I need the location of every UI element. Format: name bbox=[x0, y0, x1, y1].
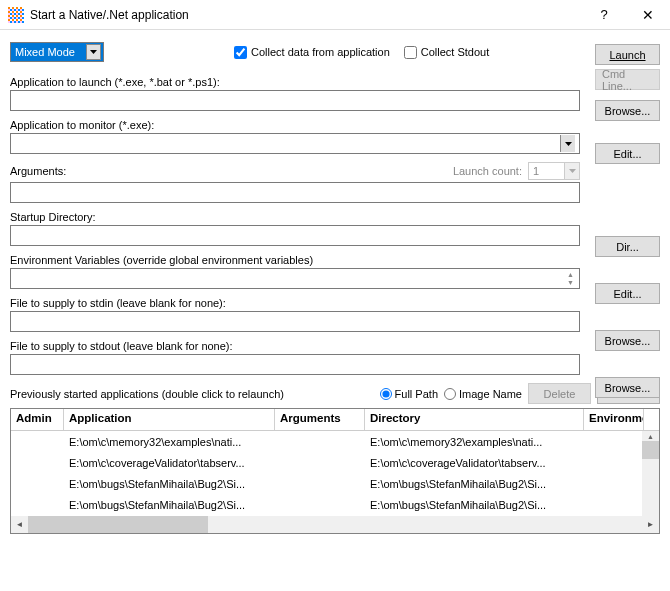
launch-count-label: Launch count: bbox=[453, 165, 522, 177]
launch-count-input[interactable]: 1 bbox=[528, 162, 580, 180]
stdout-input[interactable] bbox=[10, 354, 580, 375]
col-directory[interactable]: Directory bbox=[365, 409, 584, 430]
cell-directory: E:\om\c\coverageValidator\tabserv... bbox=[365, 455, 584, 471]
chevron-right-icon[interactable]: ► bbox=[642, 520, 659, 529]
cell-environment bbox=[584, 482, 644, 486]
scrollbar-thumb[interactable] bbox=[642, 441, 659, 459]
chevron-left-icon[interactable]: ◄ bbox=[11, 520, 28, 529]
chevron-down-icon[interactable]: ▼ bbox=[563, 279, 578, 288]
cell-directory: E:\om\bugs\StefanMihaila\Bug2\Si... bbox=[365, 497, 584, 513]
help-button[interactable]: ? bbox=[582, 0, 626, 30]
cell-environment bbox=[584, 440, 644, 444]
cell-arguments bbox=[275, 461, 365, 465]
cell-application: E:\om\c\coverageValidator\tabserv... bbox=[64, 455, 275, 471]
table-header: Admin Application Arguments Directory En… bbox=[11, 409, 659, 431]
chevron-down-icon[interactable] bbox=[564, 163, 579, 179]
app-launch-label: Application to launch (*.exe, *.bat or *… bbox=[10, 76, 580, 88]
cell-environment bbox=[584, 503, 644, 507]
arguments-label: Arguments: bbox=[10, 165, 66, 177]
cmdline-button[interactable]: Cmd Line... bbox=[595, 69, 660, 90]
chevron-up-icon[interactable]: ▲ bbox=[642, 431, 659, 441]
stdin-input[interactable] bbox=[10, 311, 580, 332]
cell-environment bbox=[584, 461, 644, 465]
collect-data-checkbox[interactable]: Collect data from application bbox=[234, 46, 390, 59]
arguments-input[interactable] bbox=[10, 182, 580, 203]
browse-stdin-button[interactable]: Browse... bbox=[595, 330, 660, 351]
stdout-label: File to supply to stdout (leave blank fo… bbox=[10, 340, 580, 352]
table-row[interactable]: E:\om\bugs\StefanMihaila\Bug2\Si...E:\om… bbox=[11, 473, 659, 494]
cell-admin bbox=[11, 482, 64, 486]
vertical-scrollbar[interactable]: ▲ bbox=[642, 431, 659, 516]
collect-stdout-input[interactable] bbox=[404, 46, 417, 59]
dir-button[interactable]: Dir... bbox=[595, 236, 660, 257]
cell-admin bbox=[11, 503, 64, 507]
edit-monitor-button[interactable]: Edit... bbox=[595, 143, 660, 164]
chevron-down-icon[interactable] bbox=[560, 135, 575, 152]
startup-dir-label: Startup Directory: bbox=[10, 211, 580, 223]
table-row[interactable]: E:\om\bugs\StefanMihaila\Bug2\Si...E:\om… bbox=[11, 494, 659, 515]
col-arguments[interactable]: Arguments bbox=[275, 409, 365, 430]
cell-directory: E:\om\bugs\StefanMihaila\Bug2\Si... bbox=[365, 476, 584, 492]
launch-button[interactable]: Launch bbox=[595, 44, 660, 65]
chevron-up-icon[interactable]: ▲ bbox=[563, 270, 578, 279]
mode-dropdown[interactable]: Mixed Mode bbox=[10, 42, 104, 62]
horizontal-scrollbar[interactable]: ◄ ► bbox=[11, 516, 659, 533]
table-row[interactable]: E:\om\c\memory32\examples\nati...E:\om\c… bbox=[11, 431, 659, 452]
cell-application: E:\om\c\memory32\examples\nati... bbox=[64, 434, 275, 450]
titlebar: Start a Native/.Net application ? ✕ bbox=[0, 0, 670, 30]
cell-directory: E:\om\c\memory32\examples\nati... bbox=[365, 434, 584, 450]
cell-arguments bbox=[275, 503, 365, 507]
cell-application: E:\om\bugs\StefanMihaila\Bug2\Si... bbox=[64, 476, 275, 492]
cell-application: E:\om\bugs\StefanMihaila\Bug2\Si... bbox=[64, 497, 275, 513]
env-vars-label: Environment Variables (override global e… bbox=[10, 254, 580, 266]
cell-admin bbox=[11, 461, 64, 465]
collect-stdout-checkbox[interactable]: Collect Stdout bbox=[404, 46, 489, 59]
col-admin[interactable]: Admin bbox=[11, 409, 64, 430]
chevron-down-icon[interactable] bbox=[86, 44, 101, 60]
close-button[interactable]: ✕ bbox=[626, 0, 670, 30]
prev-apps-label: Previously started applications (double … bbox=[10, 388, 284, 400]
col-application[interactable]: Application bbox=[64, 409, 275, 430]
mode-selected: Mixed Mode bbox=[15, 46, 75, 58]
startup-dir-input[interactable] bbox=[10, 225, 580, 246]
app-monitor-input[interactable] bbox=[10, 133, 580, 154]
browse-launch-button[interactable]: Browse... bbox=[595, 100, 660, 121]
table-row[interactable]: E:\om\c\coverageValidator\tabserv...E:\o… bbox=[11, 452, 659, 473]
cell-arguments bbox=[275, 482, 365, 486]
col-environment[interactable]: Environment bbox=[584, 409, 644, 430]
delete-button[interactable]: Delete bbox=[528, 383, 591, 404]
env-vars-input[interactable]: ▲▼ bbox=[10, 268, 580, 289]
browse-stdout-button[interactable]: Browse... bbox=[595, 377, 660, 398]
app-launch-input[interactable] bbox=[10, 90, 580, 111]
stdin-label: File to supply to stdin (leave blank for… bbox=[10, 297, 580, 309]
cell-arguments bbox=[275, 440, 365, 444]
app-icon bbox=[8, 7, 24, 23]
image-name-radio[interactable]: Image Name bbox=[444, 388, 522, 400]
cell-admin bbox=[11, 440, 64, 444]
collect-data-input[interactable] bbox=[234, 46, 247, 59]
full-path-radio[interactable]: Full Path bbox=[380, 388, 438, 400]
window-title: Start a Native/.Net application bbox=[30, 8, 582, 22]
scrollbar-thumb[interactable] bbox=[28, 516, 208, 533]
edit-env-button[interactable]: Edit... bbox=[595, 283, 660, 304]
app-monitor-label: Application to monitor (*.exe): bbox=[10, 119, 580, 131]
prev-apps-table: Admin Application Arguments Directory En… bbox=[10, 408, 660, 534]
